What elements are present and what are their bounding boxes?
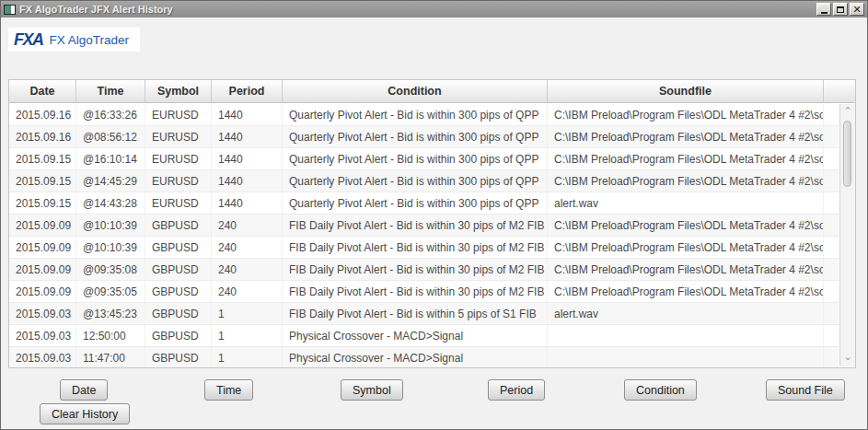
cell-filler xyxy=(824,148,839,169)
clear-history-button[interactable]: Clear History xyxy=(40,403,130,424)
cell-cond: Quarterly Pivot Alert - Bid is within 30… xyxy=(283,104,548,125)
cell-cond: FIB Daily Pivot Alert - Bid is within 30… xyxy=(283,259,548,280)
titlebar[interactable]: FX AlgoTrader JFX Alert History ✕ xyxy=(1,1,867,17)
column-header-symbol: Symbol xyxy=(145,80,212,102)
cell-cond: Physical Crossover - MACD>Signal xyxy=(283,325,548,346)
cell-cond: FIB Daily Pivot Alert - Bid is within 30… xyxy=(283,237,548,258)
window-title: FX AlgoTrader JFX Alert History xyxy=(19,4,173,15)
maximize-button[interactable] xyxy=(833,3,848,16)
cell-filler xyxy=(824,126,839,147)
cell-sound: C:\IBM Preload\Program Files\ODL MetaTra… xyxy=(548,281,824,302)
cell-sound: C:\IBM Preload\Program Files\ODL MetaTra… xyxy=(548,148,824,169)
cell-symbol: GBPUSD xyxy=(145,259,212,280)
table-row[interactable]: 2015.09.15@14:43:28EURUSD1440Quarterly P… xyxy=(9,192,839,215)
cell-symbol: EURUSD xyxy=(145,126,212,147)
sort-symbol-button[interactable]: Symbol xyxy=(341,379,403,401)
cell-cond: Quarterly Pivot Alert - Bid is within 30… xyxy=(283,192,548,214)
cell-date: 2015.09.09 xyxy=(9,237,76,258)
scroll-up-icon[interactable]: ⌃ xyxy=(840,106,855,119)
table-row[interactable]: 2015.09.16@16:33:26EURUSD1440Quarterly P… xyxy=(9,104,839,126)
cell-sound: C:\IBM Preload\Program Files\ODL MetaTra… xyxy=(548,237,824,258)
minimize-button[interactable] xyxy=(816,3,831,16)
cell-symbol: EURUSD xyxy=(145,104,212,125)
cell-time: @16:10:14 xyxy=(76,148,145,169)
cell-cond: Quarterly Pivot Alert - Bid is within 30… xyxy=(283,126,548,147)
sort-time-button[interactable]: Time xyxy=(204,379,253,401)
vertical-scrollbar[interactable]: ⌃ ⌄ xyxy=(839,104,855,366)
cell-date: 2015.09.15 xyxy=(9,148,76,169)
minimize-icon xyxy=(821,12,827,14)
cell-time: @09:35:05 xyxy=(76,281,145,302)
scroll-down-icon[interactable]: ⌄ xyxy=(840,352,855,365)
table-row[interactable]: 2015.09.09@10:10:39GBPUSD240FIB Daily Pi… xyxy=(9,237,839,259)
cell-time: 11:47:00 xyxy=(76,347,145,367)
cell-sound: C:\IBM Preload\Program Files\ODL MetaTra… xyxy=(548,104,824,125)
logo-mark: FXA xyxy=(14,30,43,50)
table-row[interactable]: 2015.09.15@14:45:29EURUSD1440Quarterly P… xyxy=(9,170,839,192)
cell-sound: C:\IBM Preload\Program Files\ODL MetaTra… xyxy=(548,215,824,236)
cell-symbol: EURUSD xyxy=(145,170,212,192)
cell-filler xyxy=(824,192,839,214)
column-header-date: Date xyxy=(9,80,76,102)
table-row[interactable]: 2015.09.16@08:56:12EURUSD1440Quarterly P… xyxy=(9,126,839,148)
cell-date: 2015.09.09 xyxy=(9,215,76,236)
cell-filler xyxy=(824,104,839,125)
cell-time: @14:45:29 xyxy=(76,170,145,192)
table-row[interactable]: 2015.09.0312:50:00GBPUSD1Physical Crosso… xyxy=(9,325,839,347)
cell-time: @08:56:12 xyxy=(76,126,145,147)
cell-period: 1440 xyxy=(212,148,283,169)
cell-cond: FIB Daily Pivot Alert - Bid is within 30… xyxy=(283,281,548,302)
table-row[interactable]: 2015.09.15@16:10:14EURUSD1440Quarterly P… xyxy=(9,148,839,170)
sort-soundfile-button[interactable]: Sound File xyxy=(766,379,845,401)
cell-filler xyxy=(824,347,839,367)
cell-time: @09:35:08 xyxy=(76,259,145,280)
cell-date: 2015.09.09 xyxy=(9,281,76,302)
cell-date: 2015.09.15 xyxy=(9,170,76,192)
table-row[interactable]: 2015.09.09@10:10:39GBPUSD240FIB Daily Pi… xyxy=(9,215,839,237)
cell-cond: Quarterly Pivot Alert - Bid is within 30… xyxy=(283,170,548,192)
close-button[interactable]: ✕ xyxy=(850,3,864,16)
cell-period: 1 xyxy=(212,325,283,346)
cell-date: 2015.09.16 xyxy=(9,104,76,125)
cell-date: 2015.09.15 xyxy=(9,192,76,214)
scrollbar-thumb[interactable] xyxy=(843,121,851,187)
cell-sound xyxy=(548,347,824,367)
cell-sound: C:\IBM Preload\Program Files\ODL MetaTra… xyxy=(548,126,824,147)
table-row[interactable]: 2015.09.09@09:35:05GBPUSD240FIB Daily Pi… xyxy=(9,281,839,303)
cell-filler xyxy=(824,170,839,192)
table-header-row: DateTimeSymbolPeriodConditionSoundfile xyxy=(9,80,855,103)
cell-period: 1 xyxy=(212,303,283,324)
column-header-sound: Soundfile xyxy=(548,80,824,102)
maximize-icon xyxy=(837,6,844,13)
cell-date: 2015.09.03 xyxy=(9,303,76,324)
cell-time: @10:10:39 xyxy=(76,215,145,236)
app-logo: FXA FX AlgoTrader xyxy=(8,28,140,52)
sort-period-button[interactable]: Period xyxy=(488,379,545,401)
app-icon xyxy=(4,5,16,15)
cell-symbol: GBPUSD xyxy=(145,237,212,258)
column-header-time: Time xyxy=(76,80,145,102)
cell-time: @14:43:28 xyxy=(76,192,145,214)
sort-condition-button[interactable]: Condition xyxy=(624,379,697,401)
cell-filler xyxy=(824,325,839,346)
cell-period: 240 xyxy=(212,215,283,236)
cell-cond: Physical Crossover - MACD>Signal xyxy=(283,347,548,367)
cell-period: 1 xyxy=(212,347,283,367)
cell-cond: Quarterly Pivot Alert - Bid is within 30… xyxy=(283,148,548,169)
cell-filler xyxy=(824,259,839,280)
table-row[interactable]: 2015.09.03@13:45:23GBPUSD1FIB Daily Pivo… xyxy=(9,303,839,325)
cell-symbol: GBPUSD xyxy=(145,303,212,324)
cell-cond: FIB Daily Pivot Alert - Bid is within 5 … xyxy=(283,303,548,324)
logo-text: FX AlgoTrader xyxy=(50,33,130,47)
cell-sound: alert.wav xyxy=(548,192,824,214)
window-controls: ✕ xyxy=(816,3,864,16)
column-header-cond: Condition xyxy=(283,80,548,102)
cell-sound: alert.wav xyxy=(548,303,824,324)
sort-date-button[interactable]: Date xyxy=(60,379,108,401)
cell-period: 240 xyxy=(212,259,283,280)
cell-symbol: GBPUSD xyxy=(145,347,212,367)
table-row[interactable]: 2015.09.0311:47:00GBPUSD1Physical Crosso… xyxy=(9,347,839,367)
cell-symbol: EURUSD xyxy=(145,148,212,169)
cell-time: @10:10:39 xyxy=(76,237,145,258)
table-row[interactable]: 2015.09.09@09:35:08GBPUSD240FIB Daily Pi… xyxy=(9,259,839,281)
